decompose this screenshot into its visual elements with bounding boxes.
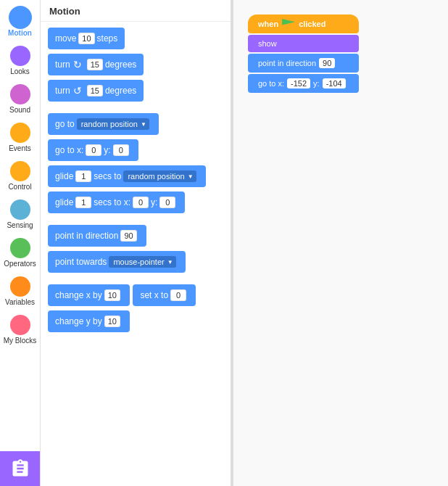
block-point-dir-input[interactable]: 90 — [120, 230, 136, 242]
block-turn-ccw-input[interactable]: 15 — [87, 85, 103, 96]
block-turn-ccw-suffix: degrees — [105, 86, 136, 96]
block-point-dir-label: point in direction — [55, 231, 118, 241]
blocks-list: move 10 steps turn ↻ 15 degrees turn ↺ 1… — [41, 22, 231, 486]
block-change-x[interactable]: change x by 10 — [48, 284, 130, 306]
sidebar-item-operators[interactable]: Operators — [0, 234, 40, 272]
sidebar: Motion Looks Sound Events Control Sensin… — [0, 0, 41, 486]
block-point-towards[interactable]: point towards mouse-pointer — [48, 251, 186, 273]
block-glide-secs-input[interactable]: 1 — [75, 170, 91, 182]
canvas-block-goto-xy[interactable]: go to x: -152 y: -104 — [248, 74, 359, 93]
block-turn-cw-suffix: degrees — [105, 59, 136, 70]
block-glide-xy-x[interactable]: 0 — [133, 197, 149, 208]
sidebar-label-motion: Motion — [8, 29, 32, 37]
block-change-y-input[interactable]: 10 — [104, 316, 120, 327]
block-goto-x-input[interactable]: 0 — [86, 144, 101, 156]
sidebar-label-sound: Sound — [9, 106, 30, 114]
sound-circle — [10, 84, 30, 104]
block-goto-y-input[interactable]: 0 — [113, 144, 129, 156]
block-move-input[interactable]: 10 — [78, 33, 94, 44]
block-glide-xy-ymid: y: — [151, 197, 157, 207]
block-goto-xy-label: go to x: — [55, 145, 83, 155]
block-turn-cw-input[interactable]: 15 — [87, 59, 103, 70]
spacer3 — [48, 277, 223, 284]
canvas-point-dir-input[interactable]: 90 — [319, 58, 335, 68]
sidebar-item-control[interactable]: Control — [0, 157, 40, 195]
block-glide-xy-mid: secs to x: — [94, 197, 130, 207]
block-turn-cw-label: turn — [55, 59, 70, 70]
sidebar-item-sound[interactable]: Sound — [0, 80, 40, 118]
blocks-panel: Motion move 10 steps turn ↻ 15 degrees t… — [41, 0, 231, 486]
block-glide-random[interactable]: glide 1 secs to random position — [48, 165, 206, 187]
block-goto-random[interactable]: go to random position — [48, 113, 159, 135]
looks-circle — [10, 46, 30, 66]
canvas-goto-ymid: y: — [313, 79, 320, 88]
block-change-y[interactable]: change y by 10 — [48, 310, 130, 332]
block-turn-ccw-label: turn — [55, 86, 70, 96]
sidebar-item-sensing[interactable]: Sensing — [0, 195, 40, 234]
flag-icon — [282, 19, 295, 29]
show-label: show — [258, 39, 277, 48]
spacer1 — [48, 106, 223, 113]
operators-circle — [10, 238, 30, 258]
rotate-cw-icon: ↻ — [73, 59, 82, 70]
blocks-panel-title: Motion — [41, 0, 231, 22]
block-goto-dropdown[interactable]: random position — [77, 118, 149, 130]
myblocks-circle — [10, 315, 30, 335]
block-change-x-input[interactable]: 10 — [104, 289, 120, 301]
block-goto-label: go to — [55, 119, 75, 129]
canvas-goto-x[interactable]: -152 — [287, 78, 310, 88]
block-move-label: move — [55, 33, 76, 44]
script-container: when clicked show point in direction 90 … — [248, 15, 359, 93]
block-goto-xy[interactable]: go to x: 0 y: 0 — [48, 139, 138, 161]
block-turn-cw[interactable]: turn ↻ 15 degrees — [48, 54, 144, 75]
block-set-x[interactable]: set x to 0 — [133, 284, 196, 306]
block-glide-xy-secs[interactable]: 1 — [75, 197, 91, 208]
sidebar-item-events[interactable]: Events — [0, 118, 40, 157]
sidebar-item-looks[interactable]: Looks — [0, 41, 40, 80]
block-glide-dropdown[interactable]: random position — [123, 170, 196, 182]
block-point-direction[interactable]: point in direction 90 — [48, 225, 146, 247]
block-change-y-label: change y by — [55, 316, 102, 326]
canvas-block-show[interactable]: show — [248, 35, 359, 52]
block-set-x-label: set x to — [140, 290, 168, 300]
rotate-ccw-icon: ↺ — [73, 85, 82, 96]
canvas-panel[interactable]: when clicked show point in direction 90 … — [233, 0, 448, 486]
canvas-block-point-dir[interactable]: point in direction 90 — [248, 54, 359, 73]
sidebar-label-events: Events — [9, 144, 31, 152]
block-change-x-label: change x by — [55, 290, 102, 300]
variables-circle — [10, 276, 30, 297]
block-glide-xy-y[interactable]: 0 — [159, 197, 175, 208]
sidebar-item-motion[interactable]: Motion — [0, 3, 40, 41]
spacer2 — [48, 218, 223, 225]
canvas-goto-y[interactable]: -104 — [323, 78, 346, 88]
clicked-label: clicked — [299, 20, 325, 28]
sidebar-label-variables: Variables — [5, 298, 35, 306]
block-glide-mid: secs to — [94, 171, 121, 181]
block-glide-label: glide — [55, 171, 73, 181]
block-goto-xy-mid: y: — [104, 145, 110, 155]
events-circle — [10, 123, 30, 143]
block-set-x-input[interactable]: 0 — [170, 289, 186, 301]
event-block-when-clicked[interactable]: when clicked — [248, 15, 359, 33]
sidebar-item-variables[interactable]: Variables — [0, 272, 40, 310]
canvas-goto-label: go to x: — [258, 79, 284, 88]
sidebar-item-myblocks[interactable]: My Blocks — [0, 310, 40, 349]
sidebar-label-operators: Operators — [4, 260, 36, 268]
sidebar-label-looks: Looks — [10, 67, 30, 75]
block-glide-xy[interactable]: glide 1 secs to x: 0 y: 0 — [48, 191, 185, 213]
block-point-towards-dropdown[interactable]: mouse-pointer — [109, 256, 175, 268]
sidebar-label-control: Control — [8, 183, 31, 191]
when-label: when — [258, 20, 278, 28]
control-circle — [10, 161, 30, 181]
add-extension-icon — [10, 458, 30, 479]
add-extension-button[interactable] — [0, 451, 40, 486]
sidebar-label-myblocks: My Blocks — [4, 337, 37, 345]
block-move[interactable]: move 10 steps — [48, 28, 125, 49]
block-point-towards-label: point towards — [55, 257, 107, 267]
block-turn-ccw[interactable]: turn ↺ 15 degrees — [48, 80, 144, 102]
sensing-circle — [10, 199, 30, 220]
sidebar-label-sensing: Sensing — [7, 221, 33, 229]
block-move-suffix: steps — [97, 33, 118, 44]
motion-circle — [10, 7, 30, 28]
block-glide-xy-label: glide — [55, 197, 73, 207]
